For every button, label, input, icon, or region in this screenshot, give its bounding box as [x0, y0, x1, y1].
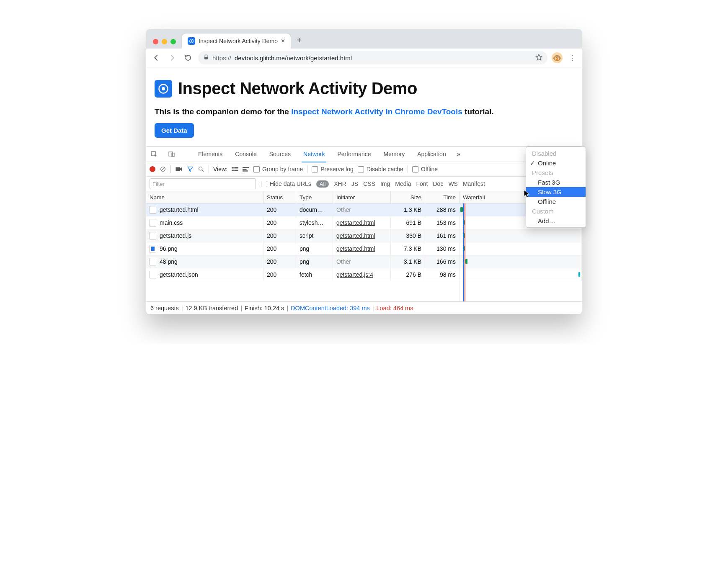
hide-data-urls-checkbox[interactable]: Hide data URLs [261, 180, 311, 187]
address-bar[interactable]: https://devtools.glitch.me/network/getst… [198, 51, 547, 64]
table-row[interactable]: getstarted.json200fetchgetstarted.js:427… [146, 268, 582, 281]
filter-type-img[interactable]: Img [380, 180, 390, 187]
filter-toggle-icon[interactable] [187, 166, 194, 172]
devtools-panel: Elements Console Sources Network Perform… [146, 146, 582, 314]
waterfall-cell [460, 268, 582, 281]
throttle-option-slow-3g[interactable]: Slow 3G [526, 187, 586, 197]
svg-rect-19 [243, 170, 248, 171]
filter-type-js[interactable]: JS [351, 180, 358, 187]
table-row[interactable]: main.css200stylesh…getstarted.html691 B1… [146, 216, 582, 229]
request-type: stylesh… [296, 216, 333, 229]
table-row[interactable]: getstarted.js200scriptgetstarted.html330… [146, 229, 582, 242]
tab-sources[interactable]: Sources [268, 147, 292, 162]
col-status[interactable]: Status [263, 191, 296, 203]
initiator-link[interactable]: getstarted.html [336, 245, 375, 252]
group-by-frame-checkbox[interactable]: Group by frame [253, 166, 303, 172]
request-name: 96.png [160, 245, 178, 252]
maximize-window-button[interactable] [170, 39, 176, 44]
throttle-option-fast-3g[interactable]: Fast 3G [526, 178, 586, 187]
close-window-button[interactable] [153, 39, 158, 44]
filter-type-css[interactable]: CSS [363, 180, 375, 187]
initiator-link[interactable]: getstarted.js:4 [336, 271, 373, 278]
browser-window: Inspect Network Activity Demo × + https:… [146, 29, 582, 314]
request-type: fetch [296, 268, 333, 281]
request-size: 330 B [391, 229, 425, 242]
request-status: 200 [263, 255, 296, 268]
tab-elements[interactable]: Elements [196, 147, 224, 162]
device-toolbar-icon[interactable] [167, 151, 176, 158]
table-row[interactable]: 48.png200pngOther3.1 KB166 ms [146, 255, 582, 268]
request-size: 276 B [391, 268, 425, 281]
filter-type-font[interactable]: Font [416, 180, 428, 187]
camera-icon[interactable] [175, 166, 183, 172]
offline-checkbox[interactable]: Offline [412, 166, 438, 172]
request-status: 200 [263, 242, 296, 255]
minimize-window-button[interactable] [162, 39, 167, 44]
throttle-header-custom: Custom [526, 206, 586, 216]
filter-type-media[interactable]: Media [395, 180, 411, 187]
forward-button[interactable] [166, 52, 178, 64]
favicon-icon [188, 37, 195, 45]
tab-title: Inspect Network Activity Demo [199, 38, 278, 44]
new-tab-button[interactable]: + [297, 36, 302, 45]
get-data-button[interactable]: Get Data [155, 123, 194, 138]
table-row[interactable]: 96.png200pnggetstarted.html7.3 KB130 ms [146, 242, 582, 255]
chrome-menu-button[interactable]: ⋮ [567, 53, 578, 62]
tab-close-icon[interactable]: × [281, 37, 285, 45]
throttle-option-online[interactable]: Online [526, 158, 586, 168]
col-time[interactable]: Time [425, 191, 460, 203]
waterfall-marker [463, 203, 464, 301]
filter-type-manifest[interactable]: Manifest [463, 180, 485, 187]
tabs-overflow-icon[interactable]: » [457, 151, 460, 157]
browser-tab[interactable]: Inspect Network Activity Demo × [182, 33, 291, 49]
initiator-link[interactable]: getstarted.html [336, 219, 375, 226]
throttle-option-offline[interactable]: Offline [526, 197, 586, 206]
throttle-option-add[interactable]: Add… [526, 216, 586, 226]
bookmark-star-icon[interactable] [535, 54, 542, 62]
cursor-icon [524, 190, 530, 200]
throttle-header-presets: Presets [526, 168, 586, 178]
filter-type-xhr[interactable]: XHR [334, 180, 346, 187]
svg-line-9 [161, 167, 165, 171]
search-icon[interactable] [198, 166, 204, 172]
tutorial-link[interactable]: Inspect Network Activity In Chrome DevTo… [291, 107, 462, 116]
filter-type-doc[interactable]: Doc [433, 180, 443, 187]
tab-memory[interactable]: Memory [382, 147, 407, 162]
back-button[interactable] [150, 52, 162, 64]
tab-performance[interactable]: Performance [336, 147, 372, 162]
svg-rect-13 [232, 167, 234, 168]
lock-icon [203, 54, 209, 62]
filter-type-all[interactable]: All [316, 180, 329, 188]
preserve-log-checkbox[interactable]: Preserve log [312, 166, 354, 172]
svg-point-1 [191, 40, 192, 42]
inspect-element-icon[interactable] [150, 151, 158, 158]
file-icon [150, 258, 156, 265]
reload-button[interactable] [182, 52, 194, 64]
overview-icon[interactable] [243, 166, 249, 172]
file-icon [150, 245, 156, 252]
filter-type-ws[interactable]: WS [448, 180, 458, 187]
view-label: View: [213, 166, 227, 172]
svg-rect-15 [232, 170, 234, 171]
svg-rect-17 [243, 167, 249, 168]
record-button[interactable] [150, 166, 155, 172]
svg-rect-2 [204, 57, 208, 59]
filter-input[interactable]: Filter [150, 178, 256, 189]
profile-avatar[interactable]: 🐵 [552, 52, 563, 63]
col-initiator[interactable]: Initiator [333, 191, 391, 203]
tab-console[interactable]: Console [233, 147, 258, 162]
large-rows-icon[interactable] [232, 166, 238, 172]
request-name: getstarted.json [160, 271, 198, 278]
col-size[interactable]: Size [391, 191, 425, 203]
request-name: getstarted.html [160, 206, 199, 213]
col-type[interactable]: Type [296, 191, 333, 203]
tab-network[interactable]: Network [302, 147, 326, 162]
request-time: 288 ms [425, 203, 460, 216]
col-name[interactable]: Name [146, 191, 263, 203]
window-controls [150, 39, 179, 49]
clear-button[interactable] [160, 166, 166, 172]
initiator-link[interactable]: getstarted.html [336, 232, 375, 239]
disable-cache-checkbox[interactable]: Disable cache [358, 166, 403, 172]
table-row[interactable]: getstarted.html200docum…Other1.3 KB288 m… [146, 203, 582, 216]
tab-application[interactable]: Application [416, 147, 448, 162]
